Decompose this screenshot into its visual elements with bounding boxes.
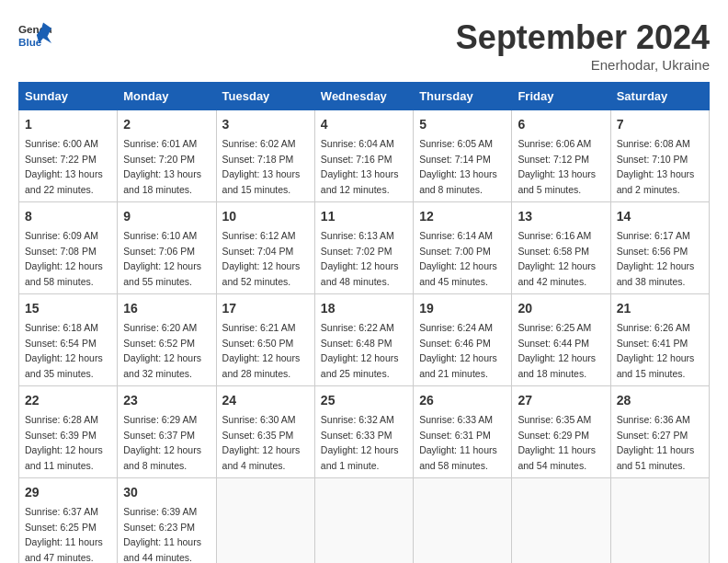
day-number: 10: [222, 207, 309, 226]
col-sunday: Sunday: [19, 83, 118, 110]
table-row: 20Sunrise: 6:25 AMSunset: 6:44 PMDayligh…: [512, 294, 610, 386]
day-info: Sunrise: 6:24 AMSunset: 6:46 PMDaylight:…: [419, 322, 497, 379]
table-row: 5Sunrise: 6:05 AMSunset: 7:14 PMDaylight…: [414, 110, 512, 202]
day-info: Sunrise: 6:08 AMSunset: 7:10 PMDaylight:…: [617, 138, 695, 195]
day-number: 29: [25, 483, 111, 502]
day-info: Sunrise: 6:39 AMSunset: 6:23 PMDaylight:…: [123, 506, 201, 563]
table-row: 29Sunrise: 6:37 AMSunset: 6:25 PMDayligh…: [19, 478, 118, 564]
table-row: [512, 478, 610, 564]
day-info: Sunrise: 6:18 AMSunset: 6:54 PMDaylight:…: [25, 322, 103, 379]
day-number: 7: [617, 115, 703, 134]
table-row: 4Sunrise: 6:04 AMSunset: 7:16 PMDaylight…: [314, 110, 413, 202]
day-number: 8: [25, 207, 111, 226]
col-friday: Friday: [512, 83, 610, 110]
day-number: 23: [123, 391, 210, 410]
day-info: Sunrise: 6:21 AMSunset: 6:50 PMDaylight:…: [222, 322, 301, 379]
table-row: 8Sunrise: 6:09 AMSunset: 7:08 PMDaylight…: [19, 202, 118, 294]
table-row: 19Sunrise: 6:24 AMSunset: 6:46 PMDayligh…: [414, 294, 512, 386]
calendar-week-row: 8Sunrise: 6:09 AMSunset: 7:08 PMDaylight…: [19, 202, 710, 294]
table-row: [216, 478, 314, 564]
col-wednesday: Wednesday: [314, 83, 413, 110]
day-number: 28: [617, 391, 703, 410]
table-row: 2Sunrise: 6:01 AMSunset: 7:20 PMDaylight…: [118, 110, 216, 202]
table-row: 6Sunrise: 6:06 AMSunset: 7:12 PMDaylight…: [512, 110, 610, 202]
calendar-table: Sunday Monday Tuesday Wednesday Thursday…: [18, 82, 710, 563]
table-row: 15Sunrise: 6:18 AMSunset: 6:54 PMDayligh…: [19, 294, 118, 386]
title-block: September 2024 Enerhodar, Ukraine: [456, 18, 710, 73]
day-number: 16: [123, 299, 210, 318]
day-info: Sunrise: 6:05 AMSunset: 7:14 PMDaylight:…: [419, 138, 497, 195]
table-row: 26Sunrise: 6:33 AMSunset: 6:31 PMDayligh…: [414, 386, 512, 478]
day-number: 24: [222, 391, 309, 410]
table-row: [314, 478, 413, 564]
table-row: 12Sunrise: 6:14 AMSunset: 7:00 PMDayligh…: [414, 202, 512, 294]
day-info: Sunrise: 6:17 AMSunset: 6:56 PMDaylight:…: [617, 230, 695, 287]
day-info: Sunrise: 6:10 AMSunset: 7:06 PMDaylight:…: [123, 230, 201, 287]
day-number: 20: [518, 299, 604, 318]
table-row: 3Sunrise: 6:02 AMSunset: 7:18 PMDaylight…: [216, 110, 314, 202]
table-row: 21Sunrise: 6:26 AMSunset: 6:41 PMDayligh…: [610, 294, 709, 386]
table-row: 9Sunrise: 6:10 AMSunset: 7:06 PMDaylight…: [118, 202, 216, 294]
calendar-body: 1Sunrise: 6:00 AMSunset: 7:22 PMDaylight…: [19, 110, 710, 564]
day-info: Sunrise: 6:13 AMSunset: 7:02 PMDaylight:…: [321, 230, 399, 287]
day-number: 1: [25, 115, 111, 134]
day-number: 4: [321, 115, 407, 134]
day-info: Sunrise: 6:35 AMSunset: 6:29 PMDaylight:…: [518, 414, 596, 471]
day-number: 21: [617, 299, 703, 318]
month-title: September 2024: [456, 18, 710, 57]
day-info: Sunrise: 6:30 AMSunset: 6:35 PMDaylight:…: [222, 414, 301, 471]
day-info: Sunrise: 6:20 AMSunset: 6:52 PMDaylight:…: [123, 322, 201, 379]
day-info: Sunrise: 6:22 AMSunset: 6:48 PMDaylight:…: [321, 322, 399, 379]
header-row: Sunday Monday Tuesday Wednesday Thursday…: [19, 83, 710, 110]
day-number: 27: [518, 391, 604, 410]
day-info: Sunrise: 6:32 AMSunset: 6:33 PMDaylight:…: [321, 414, 399, 471]
day-info: Sunrise: 6:29 AMSunset: 6:37 PMDaylight:…: [123, 414, 201, 471]
day-info: Sunrise: 6:09 AMSunset: 7:08 PMDaylight:…: [25, 230, 103, 287]
day-info: Sunrise: 6:16 AMSunset: 6:58 PMDaylight:…: [518, 230, 596, 287]
day-number: 5: [419, 115, 506, 134]
logo: General Blue: [18, 18, 51, 52]
table-row: 25Sunrise: 6:32 AMSunset: 6:33 PMDayligh…: [314, 386, 413, 478]
day-number: 6: [518, 115, 604, 134]
table-row: 28Sunrise: 6:36 AMSunset: 6:27 PMDayligh…: [610, 386, 709, 478]
table-row: [610, 478, 709, 564]
day-number: 12: [419, 207, 506, 226]
day-info: Sunrise: 6:36 AMSunset: 6:27 PMDaylight:…: [617, 414, 695, 471]
table-row: 16Sunrise: 6:20 AMSunset: 6:52 PMDayligh…: [118, 294, 216, 386]
day-number: 2: [123, 115, 210, 134]
day-info: Sunrise: 6:02 AMSunset: 7:18 PMDaylight:…: [222, 138, 301, 195]
table-row: 1Sunrise: 6:00 AMSunset: 7:22 PMDaylight…: [19, 110, 118, 202]
calendar-week-row: 15Sunrise: 6:18 AMSunset: 6:54 PMDayligh…: [19, 294, 710, 386]
table-row: 30Sunrise: 6:39 AMSunset: 6:23 PMDayligh…: [118, 478, 216, 564]
table-row: 24Sunrise: 6:30 AMSunset: 6:35 PMDayligh…: [216, 386, 314, 478]
day-info: Sunrise: 6:00 AMSunset: 7:22 PMDaylight:…: [25, 138, 103, 195]
day-number: 15: [25, 299, 111, 318]
day-number: 17: [222, 299, 309, 318]
day-number: 22: [25, 391, 111, 410]
day-number: 25: [321, 391, 407, 410]
day-info: Sunrise: 6:26 AMSunset: 6:41 PMDaylight:…: [617, 322, 695, 379]
table-row: 7Sunrise: 6:08 AMSunset: 7:10 PMDaylight…: [610, 110, 709, 202]
table-row: 10Sunrise: 6:12 AMSunset: 7:04 PMDayligh…: [216, 202, 314, 294]
day-info: Sunrise: 6:25 AMSunset: 6:44 PMDaylight:…: [518, 322, 596, 379]
day-number: 26: [419, 391, 506, 410]
day-info: Sunrise: 6:37 AMSunset: 6:25 PMDaylight:…: [25, 506, 103, 563]
table-row: 18Sunrise: 6:22 AMSunset: 6:48 PMDayligh…: [314, 294, 413, 386]
day-number: 14: [617, 207, 703, 226]
col-thursday: Thursday: [414, 83, 512, 110]
day-number: 18: [321, 299, 407, 318]
day-info: Sunrise: 6:06 AMSunset: 7:12 PMDaylight:…: [518, 138, 596, 195]
col-monday: Monday: [118, 83, 216, 110]
day-info: Sunrise: 6:12 AMSunset: 7:04 PMDaylight:…: [222, 230, 301, 287]
day-number: 13: [518, 207, 604, 226]
day-info: Sunrise: 6:01 AMSunset: 7:20 PMDaylight:…: [123, 138, 201, 195]
table-row: 17Sunrise: 6:21 AMSunset: 6:50 PMDayligh…: [216, 294, 314, 386]
calendar-week-row: 1Sunrise: 6:00 AMSunset: 7:22 PMDaylight…: [19, 110, 710, 202]
day-number: 19: [419, 299, 506, 318]
day-number: 3: [222, 115, 309, 134]
logo-icon: General Blue: [18, 18, 51, 52]
page-header: General Blue September 2024 Enerhodar, U…: [18, 18, 710, 73]
table-row: [414, 478, 512, 564]
day-info: Sunrise: 6:28 AMSunset: 6:39 PMDaylight:…: [25, 414, 103, 471]
table-row: 11Sunrise: 6:13 AMSunset: 7:02 PMDayligh…: [314, 202, 413, 294]
